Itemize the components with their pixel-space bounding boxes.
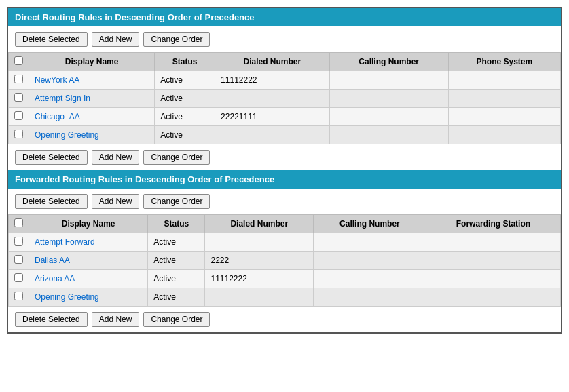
forwarded-row-link-3[interactable]: Opening Greeting [35, 292, 99, 302]
forwarded-change-order-button-bottom[interactable]: Change Order [143, 312, 210, 327]
direct-row-phone-2 [448, 108, 560, 126]
direct-routing-table: Display Name Status Dialed Number Callin… [8, 52, 561, 144]
forwarded-row-link-2[interactable]: Arizona AA [35, 274, 75, 283]
forwarded-toolbar: Delete Selected Add New Change Order [8, 189, 561, 214]
forwarded-row-calling-3 [314, 288, 426, 307]
forwarded-row-forwarding-1 [426, 252, 560, 270]
forwarded-routing-header: Forwarded Routing Rules in Descending Or… [8, 170, 561, 189]
forwarded-row-name-2: Arizona AA [29, 270, 148, 288]
direct-routing-title: Direct Routing Rules in Descending Order… [15, 12, 255, 22]
direct-row-link-0[interactable]: NewYork AA [35, 75, 79, 85]
direct-toolbar-bottom: Delete Selected Add New Change Order [8, 144, 561, 170]
forwarded-row-check-0 [9, 233, 29, 252]
forwarded-add-button[interactable]: Add New [92, 194, 140, 209]
direct-row-check-0 [9, 71, 29, 90]
forwarded-row-status-3: Active [148, 288, 205, 307]
forwarded-toolbar-bottom: Delete Selected Add New Change Order [8, 307, 561, 332]
direct-row-status-2: Active [155, 108, 215, 126]
direct-row-calling-2 [329, 108, 448, 126]
forwarded-row-forwarding-3 [426, 288, 560, 307]
direct-table-row: Chicago_AA Active 22221111 [9, 108, 561, 126]
forwarded-row-link-1[interactable]: Dallas AA [35, 256, 70, 265]
forwarded-add-button-bottom[interactable]: Add New [92, 312, 140, 327]
direct-row-check-2 [9, 108, 29, 126]
forwarded-table-wrapper: Display Name Status Dialed Number Callin… [8, 214, 561, 307]
direct-add-button[interactable]: Add New [92, 32, 140, 47]
forwarded-row-checkbox-1[interactable] [14, 255, 23, 264]
direct-col-display-name: Display Name [29, 53, 155, 71]
forwarded-row-dialed-3 [205, 288, 314, 307]
direct-table-row: NewYork AA Active 11112222 [9, 71, 561, 90]
direct-select-all-checkbox[interactable] [14, 56, 23, 65]
forwarded-row-name-3: Opening Greeting [29, 288, 148, 307]
direct-col-calling-number: Calling Number [329, 53, 448, 71]
forwarded-row-checkbox-0[interactable] [14, 237, 23, 246]
forwarded-row-calling-2 [314, 270, 426, 288]
forwarded-routing-title: Forwarded Routing Rules in Descending Or… [15, 174, 274, 184]
forwarded-row-checkbox-2[interactable] [14, 273, 23, 282]
direct-delete-button-bottom[interactable]: Delete Selected [15, 150, 88, 165]
forwarded-table-row: Dallas AA Active 2222 [9, 252, 561, 270]
forwarded-row-calling-0 [314, 233, 426, 252]
forwarded-col-status: Status [148, 215, 205, 233]
forwarded-row-name-1: Dallas AA [29, 252, 148, 270]
forwarded-header-check [9, 215, 29, 233]
direct-row-name-2: Chicago_AA [29, 108, 155, 126]
forwarded-col-display-name: Display Name [29, 215, 148, 233]
direct-row-link-2[interactable]: Chicago_AA [35, 112, 80, 121]
forwarded-row-calling-1 [314, 252, 426, 270]
direct-table-row: Opening Greeting Active [9, 126, 561, 144]
direct-delete-button[interactable]: Delete Selected [15, 32, 88, 47]
forwarded-select-all-checkbox[interactable] [14, 218, 23, 227]
direct-row-checkbox-0[interactable] [14, 75, 23, 83]
direct-row-phone-3 [448, 126, 560, 144]
direct-row-calling-0 [329, 71, 448, 90]
direct-toolbar: Delete Selected Add New Change Order [8, 26, 561, 52]
direct-row-dialed-3 [215, 126, 330, 144]
forwarded-col-dialed-number: Dialed Number [205, 215, 314, 233]
forwarded-delete-button-bottom[interactable]: Delete Selected [15, 312, 88, 327]
forwarded-row-check-3 [9, 288, 29, 307]
forwarded-col-calling-number: Calling Number [314, 215, 426, 233]
direct-row-checkbox-1[interactable] [14, 93, 23, 102]
forwarded-change-order-button[interactable]: Change Order [143, 194, 210, 209]
direct-table-wrapper: Display Name Status Dialed Number Callin… [8, 52, 561, 144]
direct-row-dialed-2: 22221111 [215, 108, 330, 126]
direct-row-status-1: Active [155, 90, 215, 108]
direct-change-order-button-bottom[interactable]: Change Order [143, 150, 210, 165]
direct-row-name-3: Opening Greeting [29, 126, 155, 144]
forwarded-routing-table: Display Name Status Dialed Number Callin… [8, 214, 561, 307]
direct-row-phone-0 [448, 71, 560, 90]
forwarded-row-checkbox-3[interactable] [14, 292, 23, 300]
direct-col-phone-system: Phone System [448, 53, 560, 71]
forwarded-row-dialed-1: 2222 [205, 252, 314, 270]
forwarded-row-forwarding-0 [426, 233, 560, 252]
direct-table-row: Attempt Sign In Active [9, 90, 561, 108]
main-container: Direct Routing Rules in Descending Order… [7, 7, 562, 334]
direct-col-dialed-number: Dialed Number [215, 53, 330, 71]
direct-row-status-3: Active [155, 126, 215, 144]
forwarded-row-status-1: Active [148, 252, 205, 270]
forwarded-delete-button[interactable]: Delete Selected [15, 194, 88, 209]
direct-row-name-0: NewYork AA [29, 71, 155, 90]
forwarded-row-status-0: Active [148, 233, 205, 252]
direct-row-check-3 [9, 126, 29, 144]
forwarded-table-row: Attempt Forward Active [9, 233, 561, 252]
forwarded-row-check-2 [9, 270, 29, 288]
direct-routing-header: Direct Routing Rules in Descending Order… [8, 8, 561, 26]
direct-col-status: Status [155, 53, 215, 71]
direct-row-checkbox-2[interactable] [14, 111, 23, 120]
forwarded-row-status-2: Active [148, 270, 205, 288]
forwarded-row-forwarding-2 [426, 270, 560, 288]
direct-header-check [9, 53, 29, 71]
direct-row-link-1[interactable]: Attempt Sign In [35, 94, 90, 103]
direct-change-order-button[interactable]: Change Order [143, 32, 210, 47]
direct-row-dialed-0: 11112222 [215, 71, 330, 90]
forwarded-row-check-1 [9, 252, 29, 270]
direct-row-checkbox-3[interactable] [14, 130, 23, 138]
forwarded-row-link-0[interactable]: Attempt Forward [35, 237, 95, 247]
direct-row-calling-1 [329, 90, 448, 108]
direct-row-status-0: Active [155, 71, 215, 90]
direct-add-button-bottom[interactable]: Add New [92, 150, 140, 165]
direct-row-link-3[interactable]: Opening Greeting [35, 130, 99, 140]
